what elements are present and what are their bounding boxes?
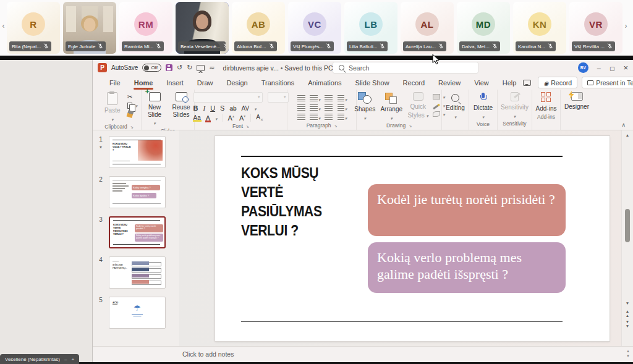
minimize-icon[interactable] [64,357,67,362]
next-slide-button[interactable] [626,320,629,328]
tab-slide-show[interactable]: Slide Show [349,79,396,87]
participant-tile[interactable]: ABAldona Boč... [232,2,285,54]
previous-slide-button[interactable] [626,309,629,318]
tab-review[interactable]: Review [431,79,467,87]
slide-number: 3 [93,216,109,248]
slide-canvas[interactable]: KOKS MŪSŲVERTĖPASIŪLYMASVERLUI ? Kodėl j… [215,136,610,341]
paragraph-tool-icon[interactable] [297,111,305,122]
record-button[interactable]: Record [538,77,577,88]
scroll-participants-left-icon[interactable] [0,0,7,52]
participant-tile[interactable]: VCVšĮ Plungės... [288,2,341,54]
account-avatar[interactable]: BV [578,62,588,73]
strikethrough-button[interactable]: ab [229,105,236,112]
text-shadow-button[interactable]: S [220,104,224,112]
notes-pane[interactable]: Click to add notes [93,346,633,362]
slide-thumbnail[interactable]: KOKIA MŪSŲVIZIJA ? TIKSLAI? [109,136,166,168]
slide-box-problem[interactable]: Kokią verlo problemą mes galime padėti i… [368,242,566,293]
lines-glyph [310,104,318,111]
tab-record[interactable]: Record [396,79,431,87]
clear-formatting-button[interactable]: A✕ [256,114,263,122]
scroll-down-icon[interactable] [626,301,629,305]
tab-file[interactable]: File [103,79,127,87]
participant-tile[interactable]: VRVšĮ Revilita ... [569,2,622,54]
undo-icon[interactable] [177,64,182,72]
new-slide-button[interactable]: New Slide [143,92,166,127]
dialog-launcher-icon[interactable] [408,122,412,129]
format-painter-button[interactable] [127,111,133,117]
font-size-combobox[interactable] [268,92,289,103]
bold-button[interactable]: B [193,104,198,112]
paste-button[interactable]: Paste [101,92,124,122]
search-box[interactable]: Search [333,62,478,74]
participant-tile[interactable]: KNKarolina N... [513,2,566,54]
scroll-participants-right-icon[interactable] [622,0,629,52]
quick-styles-button[interactable]: Quick Styles [406,92,430,119]
paragraph-tool-icon[interactable] [325,111,333,122]
sensitivity-button[interactable]: Sensitivity [503,92,527,119]
quick-access-toolbar-menu-icon[interactable] [209,64,215,72]
editing-button[interactable]: Editing [444,92,467,120]
participant-tile[interactable]: Egle Jurkute [63,2,116,54]
paragraph-tool-icon[interactable] [310,111,321,122]
slide-title[interactable]: KOKS MŪSŲVERTĖPASIŪLYMASVERLUI ? [241,163,355,240]
autosave-toggle[interactable]: Off [142,64,161,72]
participant-tile[interactable]: RRita (Nepat... [7,2,60,54]
grow-font-button[interactable]: A▴ [228,114,234,122]
paragraph-tool-icon[interactable] [338,111,347,122]
slide-thumbnail[interactable]: AČIŪ [109,297,166,329]
add-ins-button[interactable]: Add-ins [535,92,558,112]
tab-view[interactable]: View [467,79,496,87]
cut-icon[interactable] [127,93,132,100]
tab-animations[interactable]: Animations [301,79,348,87]
slideshow-icon[interactable] [197,65,205,71]
collapse-ribbon-icon[interactable] [621,122,626,128]
arrange-button[interactable]: Arrange [380,92,403,121]
slide-box-why-join[interactable]: Kodėl jie turėtų norėti prisidėti ? [368,184,566,236]
slide-thumbnail[interactable]: Kokių vertybių ?Kokio dydžio ? [109,176,166,208]
dialog-launcher-icon[interactable] [333,122,337,129]
close-button[interactable] [623,63,628,72]
shrink-font-button[interactable]: A▾ [239,114,245,122]
tab-help[interactable]: Help [496,79,524,87]
shapes-button[interactable]: Shapes [353,92,376,121]
comments-icon[interactable] [523,80,531,86]
font-color-button[interactable]: A [206,114,210,122]
notes-resize-arrows[interactable] [626,349,630,358]
italic-button[interactable]: I [203,104,205,112]
thumb-element [113,220,160,221]
tab-transitions[interactable]: Transitions [255,79,301,87]
dialog-launcher-icon[interactable] [245,123,249,129]
restore-button[interactable] [610,64,615,72]
reuse-slides-button[interactable]: Reuse Slides [169,92,193,118]
format-painter-icon [126,110,134,118]
participant-tile[interactable]: ALAurelija Lau... [401,2,454,54]
underline-button[interactable]: U [210,104,215,112]
slide-thumbnail[interactable]: IEŠKOMEPARTNERIŲ... [109,256,166,289]
tab-draw[interactable]: Draw [190,79,220,87]
participant-tile[interactable]: LBLilia Baltuti... [344,2,397,54]
scrollbar-thumb[interactable] [625,209,630,242]
minimize-button[interactable] [597,64,601,72]
highlight-color-button[interactable]: Aa [193,114,201,121]
saved-status[interactable]: Saved to this PC [284,64,333,72]
dictate-button[interactable]: Dictate [472,92,495,120]
tab-design[interactable]: Design [219,79,254,87]
font-name-combobox[interactable] [193,92,263,103]
participant-tile[interactable]: Beata Veselienė... [176,2,229,54]
tab-insert[interactable]: Insert [159,79,190,87]
vertical-scrollbar[interactable] [621,130,633,346]
designer-button[interactable]: Designer [565,92,588,111]
participant-tile[interactable]: MDDaiva, Met... [457,2,510,54]
present-in-teams-button[interactable]: Present in Teams [582,77,633,88]
tab-home[interactable]: Home [127,79,160,87]
slide-thumbnail[interactable]: KOKS MŪSŲVERTĖPASIŪLYMASVERLUI ?Kodėl ji… [109,216,166,248]
copy-button[interactable] [127,102,138,109]
call-window-taskbar-pill[interactable]: Veselienė (Nepatikrintas) [0,354,79,364]
save-icon[interactable] [166,64,172,71]
expand-icon[interactable] [71,357,74,362]
redo-icon[interactable] [187,64,192,72]
participant-tile[interactable]: RMRaminta Mi... [119,2,172,54]
dialog-launcher-icon[interactable] [130,124,134,130]
character-spacing-button[interactable]: AV [242,105,250,112]
scroll-up-icon[interactable] [626,133,629,137]
